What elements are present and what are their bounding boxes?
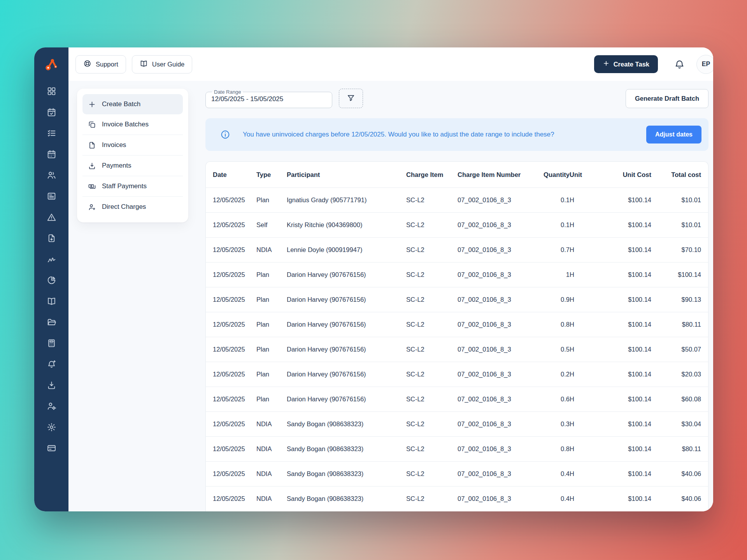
subnav-item-invoices[interactable]: Invoices [82,135,183,155]
notifications-bell-icon[interactable] [674,59,685,70]
cell-quantity: 0.9 [535,296,570,303]
table-row[interactable]: 12/05/2025SelfKristy Ritchie (904369800)… [206,212,708,237]
content-area: Create Batch Invoice Batches Invoices Pa… [68,81,713,511]
table-row[interactable]: 12/05/2025PlanDarion Harvey (907676156)S… [206,387,708,411]
table-row[interactable]: 12/05/2025NDIASandy Bogan (908638323)SC-… [206,461,708,486]
cell-charge_item: SC-L2 [406,246,458,254]
cell-unit: H [570,271,598,278]
cell-charge_item: SC-L2 [406,221,458,229]
table-row[interactable]: 12/05/2025PlanIgnatius Grady (905771791)… [206,188,708,212]
column-header-total_cost: Total cost [651,171,701,178]
cell-unit: H [570,246,598,254]
date-range-label: Date Range [212,89,243,95]
calculator-icon[interactable] [47,338,56,348]
pie-chart-icon[interactable] [47,275,56,285]
bell-plus-icon[interactable] [47,359,56,369]
cell-quantity: 0.1 [535,196,570,204]
cell-participant: Sandy Bogan (908638323) [287,470,406,478]
subnav-item-payments[interactable]: Payments [82,155,183,176]
cell-type: NDIA [256,445,287,453]
cell-type: NDIA [256,420,287,428]
sidebar-icon-nav [47,86,56,453]
alert-message: You have uninvoiced charges before 12/05… [243,131,634,138]
table-row[interactable]: 12/05/2025PlanDarion Harvey (907676156)S… [206,362,708,387]
checklist-icon[interactable] [47,128,56,138]
table-row[interactable]: 12/05/2025PlanDarion Harvey (907676156)S… [206,312,708,337]
user-guide-button[interactable]: User Guide [132,55,192,74]
subnav-item-staff-payments[interactable]: Staff Payments [82,176,183,196]
column-header-date: Date [213,171,256,178]
cell-date: 12/05/2025 [213,271,256,278]
cell-charge_item_number: 07_002_0106_8_3 [458,321,535,328]
app-logo[interactable] [43,56,60,73]
subnav-item-label: Direct Charges [102,203,146,211]
filter-button[interactable] [339,89,363,108]
cell-type: Plan [256,196,287,204]
person-plus-icon [88,203,96,211]
cell-quantity: 0.4 [535,470,570,478]
cell-charge_item: SC-L2 [406,346,458,353]
cell-quantity: 0.8 [535,445,570,453]
alert-triangle-icon[interactable] [47,212,56,222]
folder-icon[interactable] [47,317,56,327]
user-avatar[interactable]: EP [696,55,713,74]
plus-icon [603,60,610,68]
cell-quantity: 0.3 [535,420,570,428]
table-row[interactable]: 12/05/2025PlanDarion Harvey (907676156)S… [206,337,708,362]
dashboard-icon[interactable] [47,86,56,96]
cell-unit: H [570,196,598,204]
users-icon[interactable] [47,170,56,180]
cell-charge_item: SC-L2 [406,396,458,403]
create-task-label: Create Task [614,61,649,68]
subnav-item-create-batch[interactable]: Create Batch [82,94,183,114]
cell-unit_cost: $100.14 [598,470,651,478]
calendar-icon[interactable] [47,149,56,159]
table-row[interactable]: 12/05/2025NDIASandy Bogan (908638323)SC-… [206,436,708,461]
cell-unit: H [570,371,598,378]
cell-unit_cost: $100.14 [598,346,651,353]
adjust-dates-button[interactable]: Adjust dates [646,126,701,144]
user-gear-icon[interactable] [47,401,56,411]
create-task-button[interactable]: Create Task [594,55,658,73]
cell-charge_item_number: 07_002_0106_8_3 [458,396,535,403]
cell-type: Plan [256,396,287,403]
signature-icon[interactable] [47,254,56,264]
download-icon[interactable] [47,380,56,390]
date-range-input[interactable]: Date Range 12/05/2025 - 15/05/2025 [205,89,332,108]
credit-card-icon[interactable] [47,443,56,453]
cell-unit_cost: $100.14 [598,396,651,403]
table-row[interactable]: 12/05/2025PlanDarion Harvey (907676156)S… [206,287,708,312]
cell-type: Plan [256,321,287,328]
cell-participant: Darion Harvey (907676156) [287,271,406,278]
news-icon[interactable] [47,191,56,201]
document-import-icon[interactable] [47,233,56,243]
column-header-unit_cost: Unit Cost [598,171,651,178]
cell-total_cost: $70.10 [651,246,701,254]
cell-participant: Darion Harvey (907676156) [287,346,406,353]
book-icon[interactable] [47,296,56,306]
subnav-item-direct-charges[interactable]: Direct Charges [82,196,183,217]
generate-draft-batch-button[interactable]: Generate Draft Batch [626,89,708,108]
cell-participant: Darion Harvey (907676156) [287,296,406,303]
cell-unit: H [570,495,598,502]
cell-type: Plan [256,346,287,353]
cell-type: NDIA [256,495,287,502]
cell-total_cost: $20.03 [651,371,701,378]
book-icon [140,60,148,69]
table-row[interactable]: 12/05/2025NDIALennie Doyle (900919947)SC… [206,237,708,262]
table-row[interactable]: 12/05/2025NDIASandy Bogan (908638323)SC-… [206,411,708,436]
cell-charge_item_number: 07_002_0106_8_3 [458,271,535,278]
support-button[interactable]: Support [75,55,126,74]
settings-icon[interactable] [47,422,56,432]
table-row[interactable]: 12/05/2025NDIASandy Bogan (908638323)SC-… [206,486,708,511]
table-body: 12/05/2025PlanIgnatius Grady (905771791)… [206,188,708,511]
cell-quantity: 0.5 [535,346,570,353]
column-header-participant: Participant [287,171,406,178]
cell-quantity: 0.8 [535,321,570,328]
avatar-initials: EP [702,61,710,68]
cell-type: Self [256,221,287,229]
calendar-check-icon[interactable] [47,107,56,117]
cell-charge_item: SC-L2 [406,196,458,204]
subnav-item-invoice-batches[interactable]: Invoice Batches [82,114,183,135]
table-row[interactable]: 12/05/2025PlanDarion Harvey (907676156)S… [206,262,708,287]
